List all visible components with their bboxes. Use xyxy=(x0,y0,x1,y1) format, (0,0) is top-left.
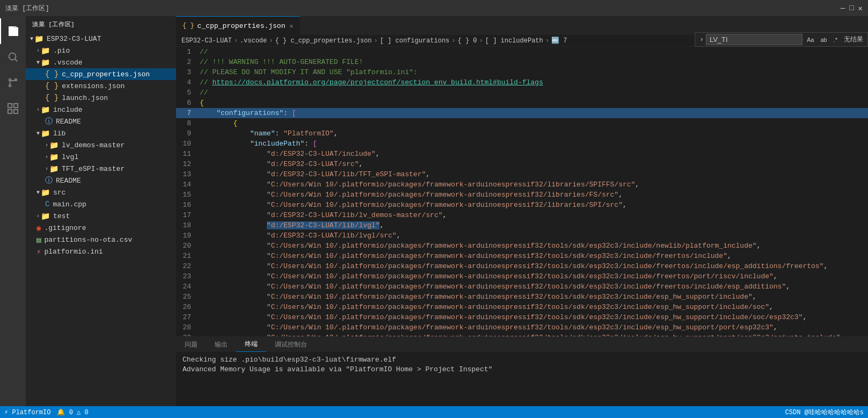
line-content: "configurations": [ xyxy=(198,108,868,118)
search-overlay: › Aa ab .* 无结果 xyxy=(695,32,868,47)
breadcrumb-part[interactable]: { } 0 xyxy=(458,37,477,45)
status-platformio[interactable]: ⚡ PlatformIO xyxy=(4,408,50,416)
breadcrumb-part[interactable]: [ ] configurations xyxy=(380,37,450,45)
sidebar-item-lv-demos[interactable]: › 📁 lv_demos-master xyxy=(26,139,176,151)
line-number: 11 xyxy=(176,149,198,159)
sidebar-item-gitignore[interactable]: ◉ .gitignore xyxy=(26,222,176,234)
line-content: "C:/Users/Win 10/.platformio/packages/fr… xyxy=(198,333,868,336)
editor-area: › Aa ab .* 无结果 { } c_cpp_properties.json… xyxy=(176,16,868,406)
sidebar-item-include[interactable]: › 📁 include xyxy=(26,104,176,116)
sidebar-item-lvgl[interactable]: › 📁 lvgl xyxy=(26,151,176,163)
svg-rect-9 xyxy=(14,110,18,113)
line-number: 17 xyxy=(176,210,198,220)
line-number: 23 xyxy=(176,271,198,282)
sidebar-item-readme2[interactable]: ⓘ README xyxy=(26,175,176,186)
line-content: "C:/Users/Win 10/.platformio/packages/fr… xyxy=(198,271,868,282)
git-icon: ◉ xyxy=(37,224,41,233)
breadcrumb-sep: › xyxy=(545,37,549,45)
line-content: "C:/Users/Win 10/.platformio/packages/fr… xyxy=(198,179,868,190)
sidebar-item-lib[interactable]: ▼ 📁 lib xyxy=(26,127,176,139)
sidebar-item-esp32[interactable]: ▼ 📁 ESP32-C3-LUAT xyxy=(26,33,176,45)
search-input[interactable] xyxy=(706,34,803,45)
line-number: 1 xyxy=(176,47,198,57)
main-area: 淡菜 [工作区] ▼ 📁 ESP32-C3-LUAT › 📁 .pio ▼ 📁 … xyxy=(0,16,868,406)
line-content: "C:/Users/Win 10/.platformio/packages/fr… xyxy=(198,302,868,312)
chevron-icon: › xyxy=(45,154,48,160)
search-result-count: 无结果 xyxy=(844,35,863,44)
search-icon[interactable] xyxy=(0,44,26,70)
code-line: 3 // PLEASE DO NOT MODIFY IT AND USE "pl… xyxy=(176,67,868,77)
sidebar-item-src[interactable]: ▼ 📁 src xyxy=(26,186,176,198)
status-right: CSDN @哇哈哈哈哈哈哈哈s xyxy=(785,408,864,417)
tab-close-icon[interactable]: ✕ xyxy=(289,23,293,30)
sidebar-item-label: partitions-no-ota.csv xyxy=(44,236,132,244)
breadcrumb-part[interactable]: [ ] includePath xyxy=(485,37,543,45)
json-icon: { } xyxy=(45,82,59,90)
breadcrumb-part[interactable]: .vscode xyxy=(240,37,267,45)
code-line: 23 "C:/Users/Win 10/.platformio/packages… xyxy=(176,271,868,282)
line-content: // xyxy=(198,88,868,98)
status-errors[interactable]: 🔔 0 △ 0 xyxy=(57,408,88,416)
code-editor[interactable]: 1 // 2 // !!! WARNING !!! AUTO-GENERATED… xyxy=(176,47,868,336)
sidebar-item-label: .pio xyxy=(53,47,70,55)
sidebar-item-pio[interactable]: › 📁 .pio xyxy=(26,45,176,56)
code-line: 25 "C:/Users/Win 10/.platformio/packages… xyxy=(176,292,868,302)
sidebar-item-launch[interactable]: { } launch.json xyxy=(26,92,176,104)
sidebar-item-platformio[interactable]: ⚡ platformio.ini xyxy=(26,246,176,257)
breadcrumb-sep: › xyxy=(234,37,238,45)
line-number: 24 xyxy=(176,282,198,292)
tab-json-icon: { } xyxy=(183,22,194,30)
chevron-icon: › xyxy=(45,142,48,148)
code-line: 11 "d:/ESP32-C3-LUAT/include", xyxy=(176,149,868,159)
line-number: 6 xyxy=(176,98,198,108)
window-maximize-icon[interactable]: □ xyxy=(849,4,854,13)
code-line: 14 "C:/Users/Win 10/.platformio/packages… xyxy=(176,179,868,190)
line-content: // xyxy=(198,47,868,57)
terminal-content: Checking size .pio\build\esp32-c3-luat\f… xyxy=(176,352,868,406)
sidebar-item-vscode[interactable]: ▼ 📁 .vscode xyxy=(26,56,176,68)
breadcrumb-part[interactable]: 🔤 7 xyxy=(551,37,567,45)
explorer-icon[interactable] xyxy=(0,18,26,44)
bottom-tab-output[interactable]: 输出 xyxy=(206,337,236,352)
terminal-line: Advanced Memory Usage is available via "… xyxy=(183,365,862,374)
code-line: 1 // xyxy=(176,47,868,57)
sidebar-item-partitions[interactable]: ▤ partitions-no-ota.csv xyxy=(26,234,176,246)
terminal-line: Checking size .pio\build\esp32-c3-luat\f… xyxy=(183,355,862,365)
source-control-icon[interactable] xyxy=(0,70,26,96)
sidebar-item-extensions[interactable]: { } extensions.json xyxy=(26,80,176,92)
breadcrumb-part[interactable]: ESP32-C3-LUAT xyxy=(181,37,232,45)
regex-button[interactable]: .* xyxy=(831,35,840,44)
line-content: "C:/Users/Win 10/.platformio/packages/fr… xyxy=(198,292,868,302)
tab-c-cpp-properties[interactable]: { } c_cpp_properties.json ✕ xyxy=(176,16,300,35)
tab-label: c_cpp_properties.json xyxy=(198,22,286,30)
bottom-tab-terminal[interactable]: 终端 xyxy=(236,337,266,352)
bottom-tab-problems[interactable]: 问题 xyxy=(176,337,206,352)
sidebar-item-maincpp[interactable]: C main.cpp xyxy=(26,198,176,210)
bottom-tab-debug[interactable]: 调试控制台 xyxy=(266,337,316,352)
window-minimize-icon[interactable]: — xyxy=(841,4,845,13)
window-close-icon[interactable]: ✕ xyxy=(858,4,863,13)
code-line: 4 // https://docs.platformio.org/page/pr… xyxy=(176,77,868,88)
extensions-icon[interactable] xyxy=(0,96,26,121)
sidebar-item-c-cpp[interactable]: { } c_cpp_properties.json xyxy=(26,68,176,80)
sidebar-item-label: .gitignore xyxy=(44,224,86,232)
breadcrumb-part[interactable]: { } c_cpp_properties.json xyxy=(275,37,371,45)
line-number: 28 xyxy=(176,322,198,333)
sidebar-header: 淡菜 [工作区] xyxy=(26,16,176,33)
sidebar-item-tft[interactable]: › 📁 TFT_eSPI-master xyxy=(26,163,176,175)
line-number: 16 xyxy=(176,200,198,210)
folder-icon: 📁 xyxy=(49,164,59,174)
sidebar-item-label: extensions.json xyxy=(62,82,125,90)
ini-icon: ⚡ xyxy=(37,247,41,256)
sidebar-item-readme1[interactable]: ⓘ README xyxy=(26,116,176,127)
code-line: 26 "C:/Users/Win 10/.platformio/packages… xyxy=(176,302,868,312)
line-content: "C:/Users/Win 10/.platformio/packages/fr… xyxy=(198,312,868,322)
case-sensitive-button[interactable]: Aa xyxy=(805,35,816,44)
line-number: 13 xyxy=(176,169,198,179)
svg-point-1 xyxy=(9,53,16,60)
line-number: 22 xyxy=(176,261,198,271)
sidebar-item-test[interactable]: › 📁 test xyxy=(26,210,176,222)
line-content: "d:/ESP32-C3-LUAT/lib/lvgl/src", xyxy=(198,230,868,241)
line-content: // PLEASE DO NOT MODIFY IT AND USE "plat… xyxy=(198,67,868,77)
whole-word-button[interactable]: ab xyxy=(818,35,829,44)
